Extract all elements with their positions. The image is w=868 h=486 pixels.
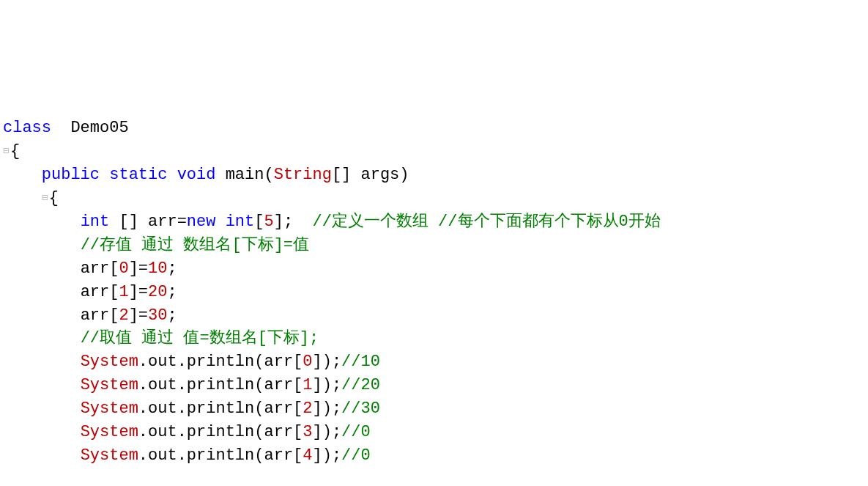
code-line: System.out.println(arr[1]);//20 (3, 376, 380, 394)
number-literal: 0 (119, 259, 128, 278)
code-line: arr[1]=20; (3, 283, 177, 301)
comment: //0 (341, 423, 371, 441)
keyword-public: public (42, 166, 100, 184)
code-line: //取值 通过 值=数组名[下标]; (3, 329, 319, 347)
code-line: System.out.println(arr[0]);//10 (3, 353, 380, 371)
ident-system: System (81, 353, 138, 371)
number-literal: 4 (303, 446, 312, 465)
code-line: ⊟{ (3, 142, 20, 161)
code-line: //存值 通过 数组名[下标]=值 (3, 236, 309, 254)
number-literal: 10 (148, 259, 167, 278)
ident-system: System (81, 446, 138, 465)
number-literal: 2 (303, 400, 312, 418)
keyword-int: int (81, 213, 110, 231)
code-line: class Demo05 (3, 119, 129, 137)
comment: //20 (341, 376, 380, 394)
comment: //定义一个数组 //每个下面都有个下标从0开始 (313, 213, 661, 231)
comment: //0 (341, 446, 371, 465)
code-line: arr[2]=30; (3, 306, 177, 325)
code-line: int [] arr=new int[5]; //定义一个数组 //每个下面都有… (3, 213, 661, 231)
number-literal: 5 (264, 213, 273, 231)
keyword-void: void (177, 166, 216, 184)
ident-system: System (81, 400, 138, 418)
code-block: class Demo05 ⊟{ public static void main(… (0, 94, 868, 486)
method-main: main (226, 166, 264, 184)
comment: //存值 通过 数组名[下标]=值 (81, 236, 309, 254)
ident-system: System (81, 376, 138, 394)
type-string: String (274, 166, 332, 184)
comment: //取值 通过 值=数组名[下标]; (81, 329, 319, 347)
code-line: ⊟{ (3, 189, 59, 207)
ident-system: System (81, 423, 138, 441)
number-literal: 30 (148, 306, 167, 325)
number-literal: 1 (119, 283, 128, 301)
keyword-new: new (187, 213, 216, 231)
code-line: System.out.println(arr[3]);//0 (3, 423, 371, 441)
keyword-class: class (3, 119, 51, 137)
number-literal: 2 (119, 306, 128, 325)
keyword-static: static (109, 166, 167, 184)
number-literal: 0 (303, 353, 312, 371)
class-name: Demo05 (70, 119, 128, 137)
code-line: arr[0]=10; (3, 259, 177, 278)
brace-open: { (49, 189, 59, 207)
code-line: System.out.println(arr[2]);//30 (3, 400, 380, 418)
brace-open: { (10, 142, 20, 161)
comment: //30 (341, 400, 380, 418)
code-line: public static void main(String[] args) (3, 166, 409, 184)
param-args: args (361, 166, 400, 184)
number-literal: 3 (303, 423, 312, 441)
fold-icon: ⊟ (3, 144, 10, 158)
keyword-int: int (226, 213, 255, 231)
code-line: System.out.println(arr[4]);//0 (3, 446, 371, 465)
comment: //10 (341, 353, 380, 371)
fold-icon: ⊟ (42, 191, 49, 205)
number-literal: 1 (303, 376, 312, 394)
number-literal: 20 (148, 283, 167, 301)
